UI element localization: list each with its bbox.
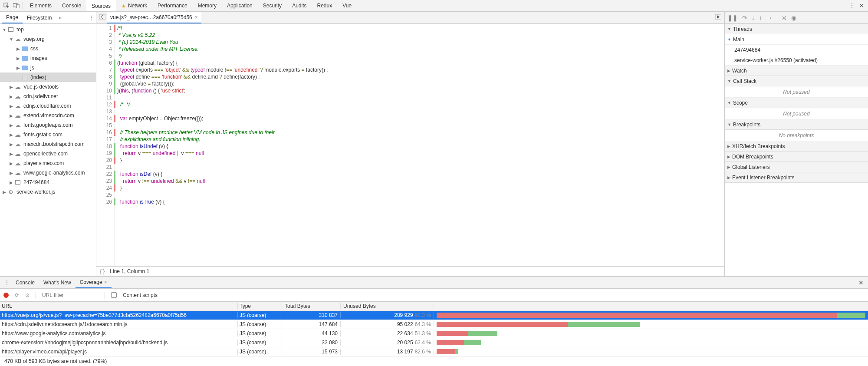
section-dom[interactable]: ▶DOM Breakpoints bbox=[725, 152, 868, 162]
tree-item[interactable]: ▶www.google-analytics.com bbox=[0, 168, 96, 178]
coverage-table: URL Type Total Bytes Unused Bytes https:… bbox=[0, 302, 868, 356]
more-icon[interactable]: ⋮ bbox=[847, 1, 857, 10]
reload-icon[interactable]: ⟳ bbox=[15, 292, 19, 298]
scope-placeholder: Not paused bbox=[725, 108, 868, 119]
close-devtools-icon[interactable]: ✕ bbox=[857, 1, 866, 10]
device-toggle-icon[interactable] bbox=[11, 1, 21, 10]
coverage-row[interactable]: https://cdn.jsdelivr.net/docsearch.js/1/… bbox=[0, 320, 868, 329]
section-threads[interactable]: ▼Threads bbox=[725, 24, 868, 34]
tree-item[interactable]: ▶js bbox=[0, 63, 96, 73]
pause-icon[interactable]: ❚❚ bbox=[727, 14, 738, 21]
tab-console[interactable]: Console bbox=[57, 0, 86, 11]
devtools-toolbar: ElementsConsoleSources▲NetworkPerformanc… bbox=[0, 0, 868, 12]
file-tab-label: vue.js?_sw-prec…2a6670a0f75d56 bbox=[110, 14, 192, 20]
tab-sources[interactable]: Sources bbox=[86, 0, 116, 11]
coverage-row[interactable]: https://www.google-analytics.com/analyti… bbox=[0, 329, 868, 338]
breakpoints-placeholder: No breakpoints bbox=[725, 130, 868, 141]
tree-item[interactable]: ▼vuejs.org bbox=[0, 34, 96, 44]
thread-item[interactable]: 247494684 bbox=[725, 45, 868, 55]
tab-audits[interactable]: Audits bbox=[287, 0, 312, 11]
tree-item[interactable]: ▶fonts.gstatic.com bbox=[0, 130, 96, 139]
sources-navigator: Page Filesystem » ⋮ ▼top▼vuejs.org▶css▶i… bbox=[0, 12, 96, 276]
drawer-menu-icon[interactable]: ⋮ bbox=[3, 280, 11, 286]
url-filter-input[interactable] bbox=[42, 292, 99, 298]
drawer-close-icon[interactable]: ✕ bbox=[857, 279, 865, 286]
tab-application[interactable]: Application bbox=[222, 0, 258, 11]
editor-statusbar: { } Line 1, Column 1 bbox=[96, 266, 724, 276]
coverage-summary: 470 KB of 593 KB bytes are not used. (79… bbox=[0, 356, 868, 366]
tree-item[interactable]: ▶Vue.js devtools bbox=[0, 82, 96, 92]
tree-item[interactable]: ▶opencollective.com bbox=[0, 149, 96, 158]
col-type[interactable]: Type bbox=[238, 303, 282, 309]
source-editor-pane: vue.js?_sw-prec…2a6670a0f75d56 × 1234567… bbox=[96, 12, 725, 276]
tree-item[interactable]: ▶cdn.jsdelivr.net bbox=[0, 92, 96, 101]
navigator-menu-icon[interactable]: ⋮ bbox=[89, 15, 94, 21]
tab-memory[interactable]: Memory bbox=[193, 0, 222, 11]
section-breakpoints[interactable]: ▼Breakpoints bbox=[725, 119, 868, 130]
coverage-row[interactable]: https://player.vimeo.com/api/player.js J… bbox=[0, 347, 868, 356]
content-scripts-label: Content scripts bbox=[123, 292, 158, 298]
step-out-icon[interactable]: ↑ bbox=[759, 14, 762, 21]
close-tab-icon[interactable]: × bbox=[195, 14, 198, 20]
section-global[interactable]: ▶Global Listeners bbox=[725, 162, 868, 172]
drawer-tab-whatsnew[interactable]: What's New bbox=[39, 277, 76, 288]
tree-item[interactable]: ▶247494684 bbox=[0, 178, 96, 187]
pause-exceptions-icon[interactable]: ◉ bbox=[791, 14, 796, 21]
section-scope[interactable]: ▼Scope bbox=[725, 98, 868, 108]
drawer-tab-console[interactable]: Console bbox=[11, 277, 39, 288]
debugger-sidebar: ❚❚ ↷ ↓ ↑ → ⤭ ◉ ▼Threads Main247494684ser… bbox=[725, 12, 868, 276]
coverage-row[interactable]: chrome-extension://nhdogjmejiglipccpnnna… bbox=[0, 338, 868, 347]
section-callstack[interactable]: ▼Call Stack bbox=[725, 76, 868, 86]
callstack-placeholder: Not paused bbox=[725, 86, 868, 98]
tab-vue[interactable]: Vue bbox=[337, 0, 357, 11]
col-url[interactable]: URL bbox=[0, 303, 238, 309]
svg-rect-2 bbox=[16, 4, 19, 8]
step-over-icon[interactable]: ↷ bbox=[742, 14, 747, 21]
record-icon[interactable] bbox=[3, 293, 9, 298]
cursor-position: Line 1, Column 1 bbox=[110, 268, 149, 274]
section-event[interactable]: ▶Event Listener Breakpoints bbox=[725, 172, 868, 183]
nav-back-icon[interactable] bbox=[98, 14, 107, 21]
tree-item[interactable]: ▶fonts.googleapis.com bbox=[0, 120, 96, 130]
file-tab[interactable]: vue.js?_sw-prec…2a6670a0f75d56 × bbox=[107, 12, 201, 23]
step-into-icon[interactable]: ↓ bbox=[752, 14, 755, 21]
drawer: ⋮ ConsoleWhat's NewCoverage × ✕ ⟳ ⊘ Cont… bbox=[0, 276, 868, 366]
thread-item[interactable]: service-worker.js #26550 (activated) bbox=[725, 55, 868, 66]
step-icon[interactable]: → bbox=[766, 14, 773, 21]
inspect-icon[interactable] bbox=[2, 1, 11, 10]
tab-performance[interactable]: Performance bbox=[152, 0, 193, 11]
drawer-tab-coverage[interactable]: Coverage × bbox=[76, 277, 112, 288]
svg-rect-3 bbox=[99, 14, 105, 20]
content-scripts-checkbox[interactable] bbox=[111, 292, 117, 298]
tree-item[interactable]: ▶images bbox=[0, 53, 96, 63]
section-xhr[interactable]: ▶XHR/fetch Breakpoints bbox=[725, 141, 868, 152]
tree-item[interactable]: (index) bbox=[0, 73, 96, 82]
tree-item[interactable]: ▶extend.vimeocdn.com bbox=[0, 111, 96, 120]
thread-item[interactable]: Main bbox=[725, 34, 868, 45]
tree-item[interactable]: ▶player.vimeo.com bbox=[0, 158, 96, 168]
pretty-print-icon[interactable]: { } bbox=[100, 268, 105, 274]
tree-item[interactable]: ▶css bbox=[0, 44, 96, 53]
deactivate-bp-icon[interactable]: ⤭ bbox=[782, 14, 787, 21]
coverage-row[interactable]: https://vuejs.org/js/vue.js?_sw-precache… bbox=[0, 311, 868, 320]
col-unused[interactable]: Unused Bytes bbox=[341, 303, 434, 309]
col-total[interactable]: Total Bytes bbox=[282, 303, 341, 309]
code-editor[interactable]: 1234567891011121314151617181920212223242… bbox=[96, 24, 724, 266]
tab-elements[interactable]: Elements bbox=[25, 0, 57, 11]
close-tab-icon[interactable]: × bbox=[104, 279, 107, 285]
clear-icon[interactable]: ⊘ bbox=[25, 292, 30, 298]
section-watch[interactable]: ▶Watch bbox=[725, 66, 868, 76]
coverage-toolbar: ⟳ ⊘ Content scripts bbox=[0, 289, 868, 302]
navigator-tab-page[interactable]: Page bbox=[2, 12, 23, 23]
navigator-more-icon[interactable]: » bbox=[59, 15, 62, 21]
tree-item[interactable]: ▶maxcdn.bootstrapcdn.com bbox=[0, 139, 96, 149]
toggle-debugger-icon[interactable] bbox=[714, 14, 723, 21]
tree-item[interactable]: ▶service-worker.js bbox=[0, 187, 96, 197]
tab-network[interactable]: ▲Network bbox=[116, 0, 152, 11]
tab-redux[interactable]: Redux bbox=[312, 0, 337, 11]
tree-item[interactable]: ▼top bbox=[0, 25, 96, 34]
navigator-tab-filesystem[interactable]: Filesystem bbox=[23, 12, 56, 23]
tree-item[interactable]: ▶cdnjs.cloudflare.com bbox=[0, 101, 96, 111]
tab-security[interactable]: Security bbox=[258, 0, 287, 11]
